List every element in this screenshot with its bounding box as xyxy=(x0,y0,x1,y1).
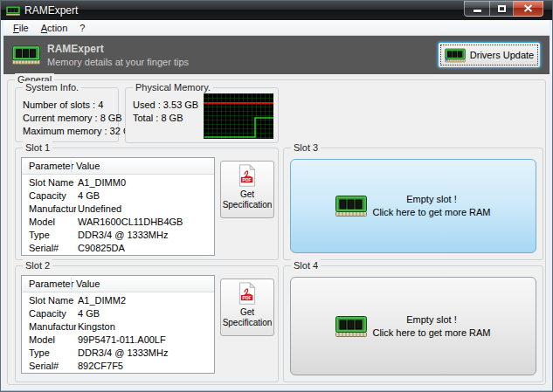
row-param: Capacity xyxy=(29,190,66,201)
header-text: RAMExpert Memory details at your finger … xyxy=(47,43,189,67)
table-row: Serial#C90825DA xyxy=(22,242,214,255)
column-parameter: Parameter xyxy=(29,161,73,171)
app-window: RAMExpert File Action ? RAMExpert Memory… xyxy=(0,0,553,392)
column-value: Value xyxy=(76,161,100,171)
row-param: Model xyxy=(29,334,55,345)
empty-slot-line1: Empty slot ! xyxy=(372,313,490,327)
slot3-empty-text: Empty slot ! Click here to get more RAM xyxy=(372,193,490,219)
system-info-slots: Number of slots : 4 xyxy=(23,99,137,112)
system-info-lines: Number of slots : 4 Current memory : 8 G… xyxy=(23,99,137,138)
row-param: Model xyxy=(29,217,55,227)
table-row: Capacity4 GB xyxy=(22,189,214,203)
close-button[interactable] xyxy=(514,1,543,17)
row-param: Serial# xyxy=(29,361,59,371)
menu-item-help[interactable]: ? xyxy=(73,22,91,34)
svg-text:PDF: PDF xyxy=(243,178,252,182)
maximize-icon xyxy=(498,5,506,12)
table-row: Capacity4 GB xyxy=(22,307,214,320)
window-controls xyxy=(464,1,543,17)
close-icon xyxy=(523,4,533,12)
slot2-groupbox: Slot 2 Parameter Value Slot NameA1_DIMM2… xyxy=(15,265,279,382)
physical-memory-total: Total : 8 GB xyxy=(133,112,198,125)
slot1-table-header: Parameter Value xyxy=(22,158,214,175)
row-param: Slot Name xyxy=(29,295,73,306)
row-value: Kingston xyxy=(76,321,115,332)
slot3-empty-content: Empty slot ! Click here to get more RAM xyxy=(335,193,490,219)
system-info-label: System Info. xyxy=(23,81,81,93)
physical-memory-used: Used : 3.53 GB xyxy=(133,99,198,112)
column-parameter: Parameter xyxy=(29,279,73,289)
table-row: Slot NameA1_DIMM2 xyxy=(22,294,214,307)
column-separator xyxy=(71,278,72,290)
ram-stick-icon xyxy=(335,315,367,338)
header-ram-icon xyxy=(12,45,40,65)
app-header: RAMExpert Memory details at your finger … xyxy=(3,36,550,74)
svg-text:PDF: PDF xyxy=(243,296,252,300)
table-row: Model99P5471-011.A00LF xyxy=(22,334,214,347)
row-value: 4 GB xyxy=(76,190,100,201)
slot4-empty-content: Empty slot ! Click here to get more RAM xyxy=(335,313,490,340)
row-value: 99P5471-011.A00LF xyxy=(76,334,166,345)
drivers-update-button[interactable]: Drivers Update xyxy=(438,42,541,68)
slot1-table-body: Slot NameA1_DIMM0 Capacity4 GB Manufactu… xyxy=(22,175,214,255)
get-specification-button-slot1[interactable]: PDF Get Specification xyxy=(220,161,274,218)
slot1-table: Parameter Value Slot NameA1_DIMM0 Capaci… xyxy=(21,157,215,256)
slot4-empty-text: Empty slot ! Click here to get more RAM xyxy=(372,313,490,340)
row-value: C90825DA xyxy=(76,243,125,253)
row-value: A1_DIMM2 xyxy=(76,295,126,306)
physical-memory-lines: Used : 3.53 GB Total : 8 GB xyxy=(133,99,198,125)
general-groupbox: General System Info. Number of slots : 4… xyxy=(7,79,546,385)
empty-slot-line2: Click here to get more RAM xyxy=(372,327,490,340)
system-info-groupbox: System Info. Number of slots : 4 Current… xyxy=(15,87,119,142)
client-area: General System Info. Number of slots : 4… xyxy=(3,74,550,389)
row-value: Undefined xyxy=(76,203,121,214)
row-value: 892CF7F5 xyxy=(76,361,123,371)
table-row: TypeDDR3/4 @ 1333MHz xyxy=(22,347,214,360)
menu-item-file[interactable]: File xyxy=(7,22,35,34)
row-param: Serial# xyxy=(29,243,59,253)
system-info-current: Current memory : 8 GB xyxy=(23,112,137,125)
row-value: WAR1600CL11DHB4GB xyxy=(76,217,183,227)
minimize-button[interactable] xyxy=(464,1,489,17)
slot3-groupbox: Slot 3 Empty slot ! Click here to get mo… xyxy=(283,148,543,260)
row-param: Capacity xyxy=(29,308,66,319)
table-row: Slot NameA1_DIMM0 xyxy=(22,176,214,189)
pdf-icon: PDF xyxy=(238,164,257,188)
row-value: 4 GB xyxy=(76,308,100,319)
table-row: TypeDDR3/4 @ 1333MHz xyxy=(22,229,214,242)
table-row: ManufacturerKingston xyxy=(22,320,214,334)
slot3-empty-panel[interactable]: Empty slot ! Click here to get more RAM xyxy=(290,159,536,253)
window-title: RAMExpert xyxy=(24,4,78,17)
physical-memory-label: Physical Memory. xyxy=(133,81,213,93)
maximize-button[interactable] xyxy=(489,1,514,17)
titlebar: RAMExpert xyxy=(1,1,552,20)
app-ram-icon xyxy=(6,5,20,17)
physical-memory-groupbox: Physical Memory. Used : 3.53 GB Total : … xyxy=(125,87,279,143)
pdf-icon: PDF xyxy=(238,282,257,306)
slot4-groupbox: Slot 4 Empty slot ! Click here to get mo… xyxy=(283,265,543,382)
drivers-card-icon xyxy=(445,48,466,63)
get-spec-line1: Get xyxy=(240,189,254,200)
menubar: File Action ? xyxy=(3,20,550,36)
table-row: ManufacturerUndefined xyxy=(22,203,214,216)
ram-stick-icon xyxy=(335,195,367,217)
row-param: Type xyxy=(29,347,50,358)
menu-item-action[interactable]: Action xyxy=(35,22,74,34)
table-row: Serial#892CF7F5 xyxy=(22,360,214,373)
column-separator xyxy=(71,160,72,172)
slot4-empty-panel[interactable]: Empty slot ! Click here to get more RAM xyxy=(290,277,536,375)
get-spec-line2: Specification xyxy=(223,200,273,210)
row-value: A1_DIMM0 xyxy=(76,177,126,188)
slot2-table: Parameter Value Slot NameA1_DIMM2 Capaci… xyxy=(21,275,215,374)
get-spec-line2: Specification xyxy=(223,318,273,328)
slot4-label: Slot 4 xyxy=(291,259,321,272)
get-specification-button-slot2[interactable]: PDF Get Specification xyxy=(220,279,274,336)
slot1-label: Slot 1 xyxy=(23,141,52,154)
get-spec-line1: Get xyxy=(240,307,254,318)
empty-slot-line2: Click here to get more RAM xyxy=(372,206,490,219)
drivers-update-label: Drivers Update xyxy=(470,50,534,60)
slot1-groupbox: Slot 1 Parameter Value Slot NameA1_DIMM0… xyxy=(15,148,279,260)
app-subtitle: Memory details at your finger tips xyxy=(47,57,189,67)
slot3-label: Slot 3 xyxy=(291,141,321,154)
row-param: Type xyxy=(29,230,50,240)
